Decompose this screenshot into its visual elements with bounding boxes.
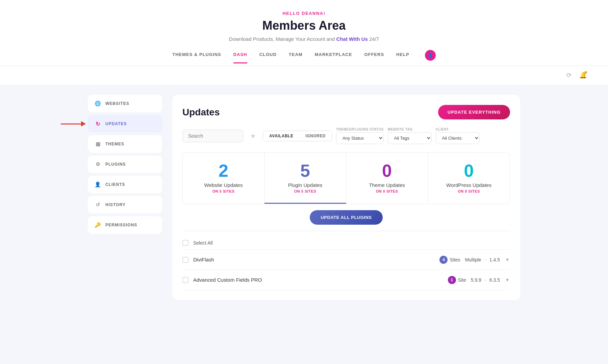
subtitle-end: 24/7 [369, 36, 379, 42]
wordpress-updates-label: WordPress Updates [435, 182, 503, 188]
nav-themes-plugins[interactable]: THEMES & PLUGINS [172, 52, 221, 63]
stats-row: 2 Website Updates ON 5 SITES 5 Plugin Up… [182, 152, 510, 204]
nav-offers[interactable]: OFFERS [364, 52, 384, 63]
permissions-icon: 🔑 [95, 222, 101, 228]
client-filter-select[interactable]: All Clients [436, 132, 480, 144]
updates-icon: ↻ [95, 120, 101, 127]
plugins-icon: ⚙ [95, 161, 101, 168]
globe-icon: 🌐 [95, 100, 101, 107]
update-all-row: UPDATE ALL PLUGINS [182, 204, 510, 231]
plugin-updates-count: 5 [271, 162, 339, 179]
diviflash-checkbox[interactable] [182, 257, 188, 263]
acf-expand-button[interactable]: ▾ [505, 275, 510, 284]
select-all-row: Select All [182, 236, 510, 250]
bell-badge [584, 71, 587, 74]
theme-updates-sublabel: ON 0 SITES [353, 189, 421, 193]
sidebar-label-websites: WEBSITES [105, 101, 129, 106]
diviflash-version-from: Multiple [465, 257, 481, 262]
sidebar-item-themes[interactable]: ▦ THEMES [88, 135, 162, 153]
plugin-row-diviflash: DiviFlash 4 Sites Multiple → 1.4.5 ▾ [182, 250, 510, 270]
website-updates-sublabel: ON 5 SITES [189, 189, 257, 193]
subtitle-start: Download Products, Manage Your Account a… [229, 36, 335, 42]
update-everything-button[interactable]: UPDATE EVERYTHING [438, 105, 510, 119]
sidebar-label-clients: CLIENTS [105, 182, 125, 187]
tag-filter-group: WEBSITE TAG All Tags [388, 128, 432, 144]
select-all-checkbox[interactable] [182, 240, 188, 246]
chat-link[interactable]: Chat With Us [336, 36, 368, 42]
plugin-updates-sublabel: ON 5 SITES [271, 189, 339, 193]
website-updates-label: Website Updates [189, 182, 257, 188]
stat-theme-updates[interactable]: 0 Theme Updates ON 0 SITES [346, 152, 428, 204]
avatar[interactable]: 👤 [425, 50, 436, 61]
search-input[interactable] [182, 130, 243, 142]
toolbar: ⟳ 🔔 [0, 66, 608, 85]
sidebar-item-clients[interactable]: 👤 CLIENTS [88, 176, 162, 193]
diviflash-version: Multiple → 1.4.5 [465, 257, 500, 262]
clients-icon: 👤 [95, 181, 101, 188]
stats-wrapper: 2 Website Updates ON 5 SITES 5 Plugin Up… [182, 152, 510, 204]
plugin-list: Select All DiviFlash 4 Sites Multiple → … [182, 236, 510, 290]
tab-available[interactable]: AVAILABLE [263, 131, 299, 141]
diviflash-arrow: → [483, 257, 487, 262]
plugin-row-acf: Advanced Custom Fields PRO 1 Site 5.9.9 … [182, 270, 510, 290]
website-updates-count: 2 [189, 162, 257, 179]
nav-cloud[interactable]: CLOUD [259, 52, 277, 63]
status-filter-group: THEMES/PLUGINS STATUS Any Status [336, 128, 384, 144]
sidebar-label-updates: UPDATES [105, 121, 127, 126]
bell-icon[interactable]: 🔔 [578, 71, 588, 80]
sidebar-item-plugins[interactable]: ⚙ PLUGINS [88, 156, 162, 173]
wordpress-updates-sublabel: ON 0 SITES [435, 189, 503, 193]
stat-plugin-updates[interactable]: 5 Plugin Updates ON 5 SITES [264, 152, 346, 204]
sidebar-label-themes: THEMES [105, 142, 124, 146]
themes-icon: ▦ [95, 141, 101, 147]
tag-filter-select[interactable]: All Tags [388, 132, 432, 144]
acf-checkbox[interactable] [182, 277, 188, 283]
arrow-line [61, 123, 81, 124]
acf-version: 5.9.9 → 6.3.5 [471, 277, 500, 283]
refresh-icon[interactable]: ⟳ [564, 71, 574, 80]
tab-ignored[interactable]: IGNORED [299, 131, 332, 141]
acf-name: Advanced Custom Fields PRO [193, 277, 443, 283]
theme-updates-count: 0 [353, 162, 421, 179]
sidebar-item-history[interactable]: ↺ HISTORY [88, 196, 162, 214]
stat-wordpress-updates[interactable]: 0 WordPress Updates ON 0 SITES [428, 152, 510, 204]
diviflash-expand-button[interactable]: ▾ [505, 255, 510, 264]
availability-tabs: AVAILABLE IGNORED [263, 131, 332, 141]
nav-help[interactable]: HELP [396, 52, 409, 63]
header: HELLO DEANNA! Members Area Download Prod… [0, 0, 608, 66]
arrow-head [81, 121, 86, 127]
wordpress-updates-count: 0 [435, 162, 503, 179]
nav-team[interactable]: TEAM [289, 52, 303, 63]
sidebar-item-websites[interactable]: 🌐 WEBSITES [88, 95, 162, 112]
diviflash-sites: 4 Sites [439, 256, 460, 264]
tag-filter-label: WEBSITE TAG [388, 128, 432, 131]
sidebar-item-permissions[interactable]: 🔑 PERMISSIONS [88, 216, 162, 234]
update-all-plugins-button[interactable]: UPDATE ALL PLUGINS [310, 210, 382, 225]
favorite-button[interactable]: ★ [247, 130, 259, 142]
client-filter-label: CLIENT [436, 128, 480, 131]
diviflash-name: DiviFlash [193, 257, 435, 262]
sidebar-label-plugins: PLUGINS [105, 162, 126, 167]
acf-arrow: → [483, 278, 487, 282]
diviflash-badge: 4 [439, 256, 448, 264]
status-filter-label: THEMES/PLUGINS STATUS [336, 128, 384, 131]
select-all-label: Select All [193, 240, 213, 246]
sidebar: 🌐 WEBSITES ↻ UPDATES ▦ THEMES ⚙ PLUGINS … [88, 95, 162, 300]
plugin-updates-label: Plugin Updates [271, 182, 339, 188]
theme-updates-label: Theme Updates [353, 182, 421, 188]
status-filter-select[interactable]: Any Status [336, 132, 384, 144]
main-nav: THEMES & PLUGINS DASH CLOUD TEAM MARKETP… [7, 50, 601, 65]
stat-website-updates[interactable]: 2 Website Updates ON 5 SITES [183, 152, 264, 204]
diviflash-version-to: 1.4.5 [489, 257, 500, 262]
updates-header: Updates UPDATE EVERYTHING [182, 105, 510, 119]
sidebar-item-updates[interactable]: ↻ UPDATES [88, 115, 162, 133]
sidebar-label-history: HISTORY [105, 202, 126, 207]
history-icon: ↺ [95, 201, 101, 208]
nav-marketplace[interactable]: MARKETPLACE [315, 52, 352, 63]
filters-row: ★ AVAILABLE IGNORED THEMES/PLUGINS STATU… [182, 128, 510, 144]
acf-sites: 1 Site [448, 276, 466, 284]
content-area: Updates UPDATE EVERYTHING ★ AVAILABLE IG… [172, 95, 520, 300]
updates-title: Updates [182, 107, 220, 118]
nav-dash[interactable]: DASH [233, 52, 247, 63]
diviflash-sites-label: Sites [450, 257, 460, 262]
